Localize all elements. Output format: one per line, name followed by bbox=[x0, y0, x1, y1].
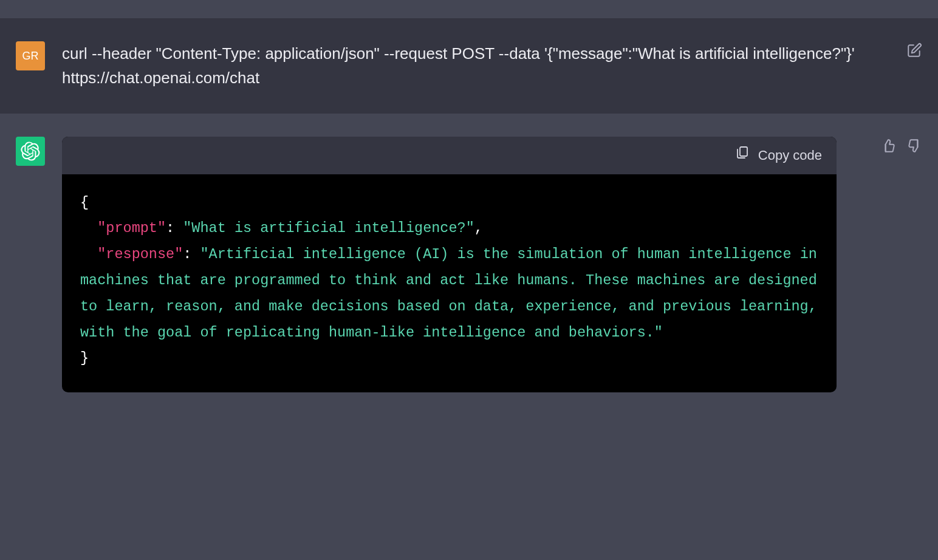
thumbs-down-icon[interactable] bbox=[906, 138, 922, 154]
assistant-message-content: Copy code { "prompt": "What is artificia… bbox=[62, 137, 922, 392]
copy-code-label: Copy code bbox=[758, 145, 822, 166]
json-indent bbox=[80, 220, 97, 236]
user-message-actions bbox=[906, 43, 922, 58]
assistant-message-actions bbox=[881, 138, 922, 154]
openai-logo-icon bbox=[21, 142, 40, 161]
code-block-header: Copy code bbox=[62, 137, 837, 174]
copy-code-button[interactable]: Copy code bbox=[735, 145, 822, 166]
user-message-text: curl --header "Content-Type: application… bbox=[62, 41, 922, 90]
code-body[interactable]: { "prompt": "What is artificial intellig… bbox=[62, 174, 837, 392]
json-open-brace: { bbox=[80, 194, 89, 211]
thumbs-up-icon[interactable] bbox=[881, 138, 897, 154]
user-avatar-initials: GR bbox=[22, 50, 39, 63]
json-comma: , bbox=[474, 220, 483, 236]
json-indent bbox=[80, 246, 97, 262]
user-message-row: GR curl --header "Content-Type: applicat… bbox=[0, 18, 938, 114]
code-block: Copy code { "prompt": "What is artificia… bbox=[62, 137, 837, 392]
json-colon: : bbox=[183, 246, 200, 262]
json-colon: : bbox=[166, 220, 183, 236]
edit-icon[interactable] bbox=[906, 43, 922, 58]
assistant-avatar bbox=[16, 137, 45, 166]
json-key-prompt: "prompt" bbox=[97, 220, 166, 236]
json-value-prompt: "What is artificial intelligence?" bbox=[183, 220, 474, 236]
clipboard-icon bbox=[735, 145, 750, 166]
svg-rect-0 bbox=[740, 147, 747, 156]
top-strip bbox=[0, 0, 938, 18]
json-key-response: "response" bbox=[97, 246, 183, 262]
json-close-brace: } bbox=[80, 350, 89, 366]
user-avatar: GR bbox=[16, 41, 45, 70]
assistant-message-row: Copy code { "prompt": "What is artificia… bbox=[0, 114, 938, 415]
